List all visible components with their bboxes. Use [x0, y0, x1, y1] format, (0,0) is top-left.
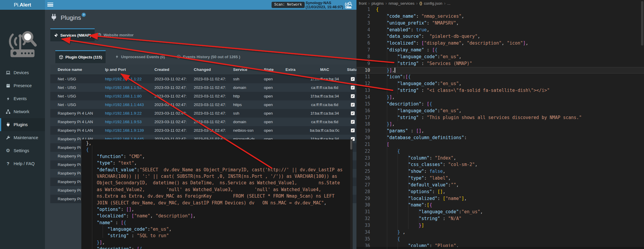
- ip-port-link[interactable]: http://192.168.1.9:139: [105, 128, 144, 133]
- code-editor[interactable]: front › plugins › nmap_services › {} con…: [356, 0, 644, 249]
- help-badge[interactable]: ?: [82, 13, 86, 17]
- column-header[interactable]: Status: [343, 67, 356, 72]
- code-line: "name" : [{: [81, 219, 353, 226]
- tab-services-nmap[interactable]: Services (NMAP): [50, 28, 95, 41]
- table-row: Raspberry Pi 4 LANhttp://192.168.1.9:139…: [50, 126, 356, 135]
- status-checkbox[interactable]: ✓: [351, 77, 355, 81]
- editor-scrollbar[interactable]: [641, 1, 643, 45]
- cell-device: Raspberry Pi 4 LAN: [50, 128, 98, 133]
- table-row: Net - USGhttp://192.168.1.1:4432023-03-1…: [50, 100, 356, 109]
- status-checkbox[interactable]: ✓: [351, 128, 355, 132]
- sidebar-item-network[interactable]: Network: [0, 105, 45, 118]
- sidebar-toggle-icon[interactable]: [47, 3, 53, 7]
- breadcrumb-item[interactable]: front: [359, 1, 367, 6]
- breadcrumb-tail[interactable]: ...: [447, 1, 451, 6]
- tab-plugin-objects[interactable]: Plugin Objects (115): [55, 50, 106, 63]
- status-checkbox[interactable]: ✓: [351, 111, 355, 115]
- line-number: 4: [356, 27, 376, 33]
- table-row: Net - USGhttp://192.168.1.1:802023-03-11…: [50, 92, 356, 100]
- ip-port-link[interactable]: http://192.168.1.9:53: [105, 120, 142, 124]
- ip-port-link[interactable]: http://192.168.1.1:22: [105, 77, 142, 81]
- nas-name: Synology-NAS: [306, 1, 343, 5]
- indent-guide: [103, 224, 103, 238]
- scan-status-badge: Scan: Network: [272, 2, 305, 8]
- cell-mac: ca:ff:ff:ca:ba:6d: [306, 120, 343, 124]
- code-line: as Watched_Value2, 'null' as Watched_Val…: [81, 186, 353, 193]
- code-line: 7 "display_name" : [{: [356, 47, 644, 53]
- tab-website-monitor[interactable]: Website monitor: [95, 28, 136, 41]
- tab-unprocessed-events[interactable]: Unprocessed Events (0): [113, 50, 167, 63]
- line-number: 8: [356, 53, 376, 60]
- cell-service: domain: [226, 120, 256, 124]
- column-header[interactable]: Device name: [50, 67, 98, 72]
- tab-label: Plugin Objects (115): [65, 55, 102, 59]
- satellite-dish-icon: [54, 33, 58, 38]
- sidebar-item-settings[interactable]: ⚙Settings: [0, 144, 45, 157]
- cell-device: Raspberry Pi 4 LAN: [50, 111, 98, 115]
- brand-logo[interactable]: Pi.Alert: [0, 0, 45, 10]
- editor-lines: 1{2 "code_name": "nmap_services",3 "uniq…: [356, 6, 644, 249]
- ip-port-link[interactable]: http://192.168.1.9:22: [105, 111, 142, 115]
- column-header[interactable]: Service: [226, 67, 256, 72]
- line-number: 21: [356, 141, 376, 148]
- line-number: 30: [356, 202, 376, 209]
- column-header[interactable]: State: [256, 67, 278, 72]
- page-header: Plugins ?: [50, 13, 86, 22]
- status-checkbox[interactable]: ✓: [351, 120, 355, 124]
- ip-port-link[interactable]: http://192.168.1.1:80: [105, 94, 142, 98]
- status-checkbox[interactable]: ✓: [351, 94, 355, 98]
- status-checkbox[interactable]: ✓: [351, 103, 355, 107]
- code-line: 18 }],: [356, 121, 644, 128]
- calendar-icon: [5, 83, 11, 88]
- sidebar-item-plugins[interactable]: Plugins: [0, 118, 45, 131]
- status-checkbox[interactable]: ✓: [351, 86, 355, 89]
- code-line: {: [81, 147, 353, 153]
- code-line: VARCHAR(100)) || ':' || cast( SUBSTR(ns.…: [81, 173, 353, 180]
- code-line: 10 }],: [356, 67, 644, 74]
- breadcrumb-item[interactable]: plugins: [372, 1, 384, 6]
- column-header[interactable]: Extra: [278, 67, 306, 72]
- cell-mac: 1f:ba:ff:ca:ba:34: [306, 77, 343, 81]
- nas-timestamp: (11/03/2023, 15:46:07): [306, 5, 343, 9]
- chevron-right-icon: ›: [385, 1, 387, 6]
- column-header[interactable]: MAC: [306, 67, 343, 72]
- chevron-right-icon: ›: [416, 1, 418, 6]
- sidebar-item-devices[interactable]: Devices: [0, 66, 45, 79]
- line-number: 19: [356, 128, 376, 134]
- breadcrumb-file[interactable]: config.json: [424, 1, 442, 6]
- breadcrumb-item[interactable]: nmap_services: [389, 1, 414, 6]
- line-number: 13: [356, 87, 376, 94]
- code-line: "type": "text",: [81, 160, 353, 166]
- tab-events-history[interactable]: Events History (50 out of 1265 ): [174, 50, 243, 63]
- cell-created: 2023-03-11 02:47:20: [147, 85, 186, 90]
- code-line: "description": [{: [81, 246, 353, 249]
- cell-status: ✓: [343, 111, 356, 115]
- column-header[interactable]: Changed: [186, 67, 226, 72]
- sidebar-item-help-faq[interactable]: ?Help / FAQ: [0, 157, 45, 170]
- cell-device: Net - USG: [50, 102, 98, 107]
- cell-ip: http://192.168.1.9:139: [98, 128, 147, 133]
- code-line: 19 "params" : [],: [356, 128, 644, 134]
- sidebar-item-presence[interactable]: Presence: [0, 79, 45, 92]
- cell-device: Net - USG: [50, 77, 98, 81]
- bolt-icon: [5, 96, 11, 101]
- code-line: }],: [81, 239, 353, 246]
- ip-port-link[interactable]: http://192.168.1.1:53: [105, 85, 142, 90]
- cell-created: 2023-03-11 02:47:20: [147, 128, 186, 133]
- column-header[interactable]: Ip and Port: [98, 67, 147, 72]
- cell-changed: 2023-03-11 02:47:20: [186, 128, 226, 133]
- sidebar-item-events[interactable]: Events: [0, 92, 45, 105]
- cell-created: 2023-03-11 02:47:20: [147, 94, 186, 98]
- ip-port-link[interactable]: http://192.168.1.1:443: [105, 102, 144, 107]
- cell-mac: 1f:ba:ff:ca:ba:34: [306, 94, 343, 98]
- column-header[interactable]: Created: [147, 67, 186, 72]
- code-line: 27 "default_value":"",: [356, 182, 644, 188]
- overlay-scrollbar[interactable]: [350, 139, 352, 249]
- code-line: 14 }],: [356, 94, 644, 101]
- cell-service: ssh: [226, 111, 256, 115]
- config-code-overlay[interactable]: },{ "function": "CMD", "type": "text", "…: [81, 139, 353, 249]
- question-icon: ?: [5, 161, 11, 166]
- tab-label: Events History (50 out of 1265 ): [183, 55, 240, 59]
- cell-service: netbios-ssn: [226, 128, 256, 133]
- sidebar-item-maintenance[interactable]: Maintenance: [0, 131, 45, 144]
